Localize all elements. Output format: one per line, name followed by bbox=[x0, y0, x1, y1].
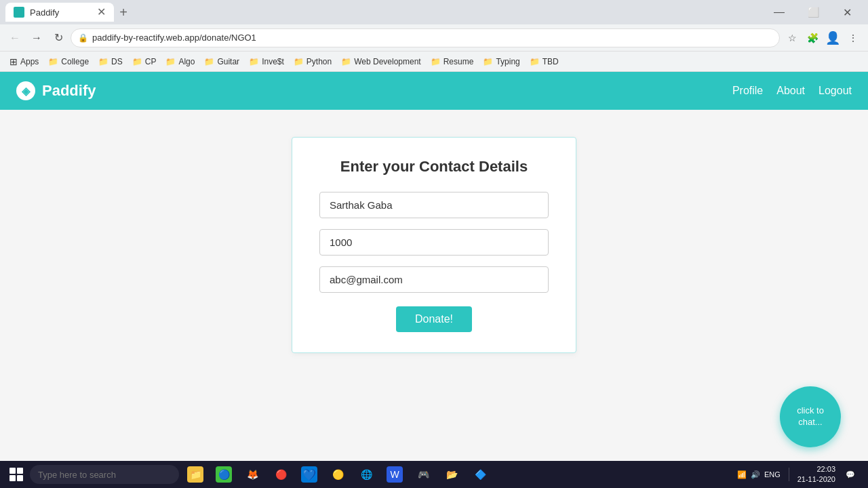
folder-icon: 📁 bbox=[341, 57, 351, 66]
maximize-button[interactable]: ⬜ bbox=[797, 3, 829, 22]
tab-close-button[interactable]: ✕ bbox=[97, 7, 106, 18]
folder-icon: 📁 bbox=[431, 57, 441, 66]
bookmark-label: Python bbox=[307, 57, 332, 66]
name-input[interactable] bbox=[319, 192, 549, 218]
contact-form-card: Enter your Contact Details Donate! bbox=[292, 137, 576, 353]
main-content: Enter your Contact Details Donate! bbox=[0, 110, 868, 381]
navbar: Paddify Profile About Logout bbox=[0, 72, 868, 110]
files-icon: 📁 bbox=[187, 466, 203, 483]
chat-label: click tochat... bbox=[797, 405, 824, 428]
menu-button[interactable]: ⋮ bbox=[844, 28, 863, 47]
time-display: 22:03 bbox=[797, 464, 835, 474]
taskbar-search-input[interactable] bbox=[30, 465, 179, 484]
vscode-icon: 💙 bbox=[301, 466, 317, 483]
navbar-brand: Paddify bbox=[16, 81, 96, 100]
taskbar-app-yellow[interactable]: 🟡 bbox=[324, 461, 351, 488]
taskbar-app-green[interactable]: 🔵 bbox=[210, 461, 237, 488]
bookmark-tbd[interactable]: 📁 TBD bbox=[526, 56, 563, 68]
explorer-icon: 📂 bbox=[443, 466, 460, 483]
close-button[interactable]: ✕ bbox=[831, 3, 863, 22]
bookmark-python[interactable]: 📁 Python bbox=[290, 56, 336, 68]
form-title: Enter your Contact Details bbox=[319, 158, 549, 176]
folder-icon: 📁 bbox=[204, 57, 214, 66]
language-indicator: ENG bbox=[764, 470, 781, 479]
tab-favicon bbox=[14, 7, 24, 18]
bookmarks-bar: ⊞ Apps 📁 College 📁 DS 📁 CP 📁 Algo 📁 Guit… bbox=[0, 52, 868, 72]
refresh-button[interactable]: ↻ bbox=[49, 28, 68, 47]
extension-button[interactable]: 🧩 bbox=[803, 28, 822, 47]
brand-name: Paddify bbox=[42, 82, 96, 100]
folder-icon: 📁 bbox=[483, 57, 493, 66]
nav-about-link[interactable]: About bbox=[776, 85, 805, 97]
taskbar-app-word[interactable]: W bbox=[381, 461, 408, 488]
taskbar: 📁 🔵 🦊 🔴 💙 🟡 🌐 W 🎮 📂 🔷 bbox=[0, 461, 868, 488]
donate-button[interactable]: Donate! bbox=[396, 306, 472, 332]
taskbar-app-firefox[interactable]: 🦊 bbox=[239, 461, 266, 488]
folder-icon: 📁 bbox=[294, 57, 304, 66]
bookmark-webdev[interactable]: 📁 Web Development bbox=[337, 56, 425, 68]
bookmark-ds[interactable]: 📁 DS bbox=[94, 56, 127, 68]
taskbar-app-red[interactable]: 🔴 bbox=[267, 461, 294, 488]
navbar-links: Profile About Logout bbox=[732, 85, 852, 97]
show-desktop-button[interactable]: 💬 bbox=[841, 465, 860, 484]
firefox-icon: 🦊 bbox=[244, 466, 260, 483]
bookmark-typing[interactable]: 📁 Typing bbox=[479, 56, 524, 68]
nav-logout-link[interactable]: Logout bbox=[818, 85, 852, 97]
bookmark-label: College bbox=[61, 57, 89, 66]
taskbar-right: 📶 🔊 ENG 22:03 21-11-2020 💬 bbox=[737, 464, 865, 485]
nav-profile-link[interactable]: Profile bbox=[732, 85, 763, 97]
bookmark-label: DS bbox=[111, 57, 123, 66]
bookmark-college[interactable]: 📁 College bbox=[44, 56, 93, 68]
bookmark-apps[interactable]: ⊞ Apps bbox=[5, 55, 43, 68]
blue-app-icon: 🔷 bbox=[472, 466, 488, 483]
bookmark-label: TBD bbox=[542, 57, 559, 66]
green-app-icon: 🔵 bbox=[216, 466, 232, 483]
bookmark-button[interactable]: ☆ bbox=[783, 28, 802, 47]
bookmark-resume[interactable]: 📁 Resume bbox=[427, 56, 478, 68]
taskbar-app-blue[interactable]: 🔷 bbox=[467, 461, 494, 488]
bookmark-cp[interactable]: 📁 CP bbox=[128, 56, 161, 68]
url-text: paddify-by-reactify.web.app/donate/NGO1 bbox=[92, 33, 772, 43]
browser-tab[interactable]: Paddify ✕ bbox=[5, 3, 114, 22]
amount-field-group bbox=[319, 229, 549, 256]
network-icon: 📶 bbox=[737, 470, 747, 479]
taskbar-app-vscode[interactable]: 💙 bbox=[296, 461, 323, 488]
bookmark-algo[interactable]: 📁 Algo bbox=[161, 56, 199, 68]
word-icon: W bbox=[387, 466, 403, 483]
windows-icon bbox=[9, 468, 23, 481]
bookmark-label: Apps bbox=[20, 57, 39, 66]
chat-bubble[interactable]: click tochat... bbox=[780, 386, 841, 447]
bookmark-label: Guitar bbox=[217, 57, 239, 66]
profile-avatar[interactable]: 👤 bbox=[823, 28, 842, 47]
bookmark-label: CP bbox=[145, 57, 157, 66]
tab-title: Paddify bbox=[30, 7, 59, 18]
folder-icon: 📁 bbox=[249, 57, 259, 66]
taskbar-app-discord[interactable]: 🎮 bbox=[410, 461, 437, 488]
bookmark-label: Algo bbox=[178, 57, 195, 66]
new-tab-button[interactable]: + bbox=[114, 3, 133, 22]
folder-icon: 📁 bbox=[165, 57, 176, 66]
taskbar-app-files[interactable]: 📁 bbox=[182, 461, 209, 488]
taskbar-app-explorer[interactable]: 📂 bbox=[438, 461, 465, 488]
forward-button[interactable]: → bbox=[27, 28, 46, 47]
bookmark-invest[interactable]: 📁 Inve$t bbox=[245, 56, 288, 68]
bookmark-label: Inve$t bbox=[262, 57, 284, 66]
email-input[interactable] bbox=[319, 266, 549, 293]
volume-icon: 🔊 bbox=[751, 470, 760, 479]
taskbar-apps: 📁 🔵 🦊 🔴 💙 🟡 🌐 W 🎮 📂 🔷 bbox=[182, 461, 494, 488]
system-icons: 📶 🔊 ENG bbox=[737, 470, 781, 479]
minimize-button[interactable]: — bbox=[764, 3, 795, 22]
browser-titlebar: Paddify ✕ + — ⬜ ✕ bbox=[0, 0, 868, 24]
back-button[interactable]: ← bbox=[5, 28, 24, 47]
bookmark-guitar[interactable]: 📁 Guitar bbox=[200, 56, 243, 68]
taskbar-app-chrome[interactable]: 🌐 bbox=[353, 461, 380, 488]
amount-input[interactable] bbox=[319, 229, 549, 256]
address-bar[interactable]: 🔒 paddify-by-reactify.web.app/donate/NGO… bbox=[71, 28, 780, 47]
time-date: 22:03 21-11-2020 bbox=[797, 464, 835, 485]
desktop-icon: 💬 bbox=[846, 470, 855, 479]
app-container: Paddify Profile About Logout Enter your … bbox=[0, 72, 868, 461]
browser-toolbar: ← → ↻ 🔒 paddify-by-reactify.web.app/dona… bbox=[0, 24, 868, 52]
start-button[interactable] bbox=[3, 461, 30, 488]
bookmark-label: Resume bbox=[443, 57, 474, 66]
browser-actions: ☆ 🧩 👤 ⋮ bbox=[783, 28, 863, 47]
